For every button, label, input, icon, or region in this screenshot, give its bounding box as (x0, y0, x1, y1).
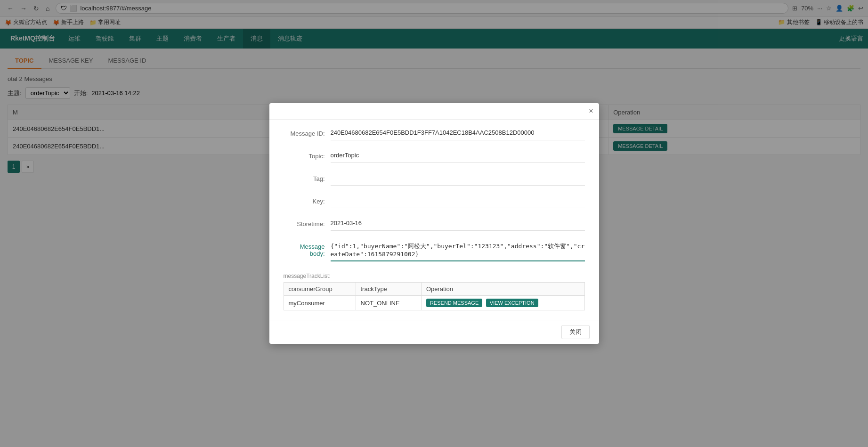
detail-row-topic: Topic: orderTopic (284, 152, 585, 163)
storetime-value-wrap: 2021-03-16 (331, 219, 585, 231)
message-id-value: 240E04680682E654F0E5BDD1F3FF7A1042EC18B4… (331, 129, 585, 136)
track-operations: RESEND MESSAGE VIEW EXCEPTION (421, 296, 584, 310)
track-col-consumer: consumerGroup (284, 283, 356, 296)
modal-body: Message ID: 240E04680682E654F0E5BDD1F3FF… (269, 120, 599, 320)
key-label: Key: (284, 197, 331, 205)
track-col-tracktype: trackType (356, 283, 421, 296)
message-id-value-wrap: 240E04680682E654F0E5BDD1F3FF7A1042EC18B4… (331, 129, 585, 140)
message-detail-modal: × Message ID: 240E04680682E654F0E5BDD1F3… (269, 103, 599, 344)
track-section: messageTrackList: consumerGroup trackTyp… (284, 273, 585, 310)
track-list-label: messageTrackList: (284, 273, 585, 279)
track-col-operation: Operation (421, 283, 584, 296)
close-modal-button[interactable]: 关闭 (561, 325, 590, 339)
detail-row-messageid: Message ID: 240E04680682E654F0E5BDD1F3FF… (284, 129, 585, 140)
page-content: TOPIC MESSAGE KEY MESSAGE ID otal 2 Mess… (0, 49, 868, 447)
message-body-value: {"id":1,"buyerName":"阿松大","buyerTel":"12… (331, 242, 585, 258)
modal-footer: 关闭 (269, 320, 599, 344)
storetime-label: Storetime: (284, 219, 331, 228)
detail-row-tag: Tag: (284, 174, 585, 186)
track-consumer-group: myConsumer (284, 296, 356, 310)
topic-value-wrap: orderTopic (331, 152, 585, 163)
message-body-wrap: {"id":1,"buyerName":"阿松大","buyerTel":"12… (331, 242, 585, 261)
tag-label: Tag: (284, 174, 331, 182)
track-type: NOT_ONLINE (356, 296, 421, 310)
track-table: consumerGroup trackType Operation myCons… (284, 282, 585, 310)
detail-row-body: Message body: {"id":1,"buyerName":"阿松大",… (284, 242, 585, 261)
storetime-value: 2021-03-16 (331, 219, 585, 227)
key-value-wrap (331, 197, 585, 208)
message-body-label: Message body: (284, 242, 331, 257)
tag-value-wrap (331, 174, 585, 186)
modal-header: × (269, 103, 599, 120)
track-row: myConsumer NOT_ONLINE RESEND MESSAGE VIE… (284, 296, 584, 310)
modal-overlay: × Message ID: 240E04680682E654F0E5BDD1F3… (0, 0, 868, 447)
view-exception-btn[interactable]: VIEW EXCEPTION (486, 299, 538, 307)
modal-close-button[interactable]: × (589, 107, 593, 115)
detail-row-storetime: Storetime: 2021-03-16 (284, 219, 585, 231)
message-id-label: Message ID: (284, 129, 331, 137)
detail-row-key: Key: (284, 197, 585, 208)
resend-message-btn[interactable]: RESEND MESSAGE (426, 299, 482, 307)
topic-label: Topic: (284, 152, 331, 160)
topic-value: orderTopic (331, 152, 585, 159)
